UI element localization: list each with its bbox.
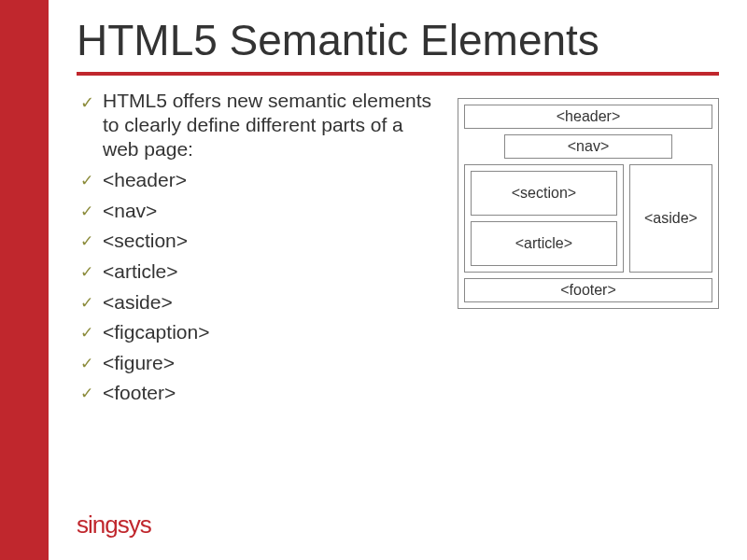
layout-diagram: <header> <nav> <section> <article> <asid… [458, 98, 719, 409]
diagram-aside-box: <aside> [629, 164, 712, 273]
list-item: ✓<figcaption> [77, 317, 439, 348]
intro-text: HTML5 offers new semantic elements to cl… [103, 89, 439, 162]
list-item-label: <header> [103, 169, 187, 190]
list-item: ✓<header> [77, 165, 439, 196]
list-item-label: <footer> [103, 382, 176, 403]
diagram-header-box: <header> [464, 105, 712, 129]
diagram-nav-box: <nav> [504, 134, 673, 159]
check-icon: ✓ [80, 169, 93, 193]
text-column: ✓ HTML5 offers new semantic elements to … [77, 89, 439, 409]
title-underline [77, 72, 719, 76]
diagram-outer: <header> <nav> <section> <article> <asid… [458, 98, 719, 309]
list-item: ✓<section> [77, 226, 439, 257]
list-item-label: <aside> [103, 291, 173, 313]
diagram-footer-box: <footer> [464, 278, 712, 302]
check-icon: ✓ [80, 321, 93, 345]
list-item-label: <figure> [103, 352, 175, 373]
diagram-article-box: <article> [471, 221, 617, 266]
check-icon: ✓ [80, 260, 93, 285]
list-item-label: <section> [103, 230, 188, 251]
brand-logo: singsys [49, 511, 151, 539]
list-item-label: <article> [103, 260, 178, 282]
diagram-main-column: <section> <article> [464, 164, 624, 273]
check-icon: ✓ [80, 352, 93, 376]
diagram-middle-row: <section> <article> <aside> [464, 164, 712, 273]
list-item-label: <nav> [103, 200, 157, 221]
list-item: ✓<footer> [77, 378, 439, 409]
list-item-label: <figcaption> [103, 321, 209, 343]
decorative-sidebar [0, 0, 49, 560]
element-list: ✓<header> ✓<nav> ✓<section> ✓<article> ✓… [77, 165, 439, 408]
list-item: ✓<aside> [77, 287, 439, 318]
diagram-section-box: <section> [471, 171, 617, 216]
check-icon: ✓ [80, 92, 94, 113]
list-item: ✓<figure> [77, 348, 439, 379]
slide-title: HTML5 Semantic Elements [77, 17, 719, 64]
check-icon: ✓ [80, 382, 93, 406]
body-row: ✓ HTML5 offers new semantic elements to … [77, 89, 719, 409]
intro-wrapper: ✓ HTML5 offers new semantic elements to … [77, 89, 439, 162]
list-item: ✓<article> [77, 257, 439, 287]
list-item: ✓<nav> [77, 196, 439, 227]
check-icon: ✓ [80, 230, 93, 254]
slide-content: HTML5 Semantic Elements ✓ HTML5 offers n… [49, 0, 747, 560]
check-icon: ✓ [80, 200, 93, 224]
check-icon: ✓ [80, 291, 93, 315]
